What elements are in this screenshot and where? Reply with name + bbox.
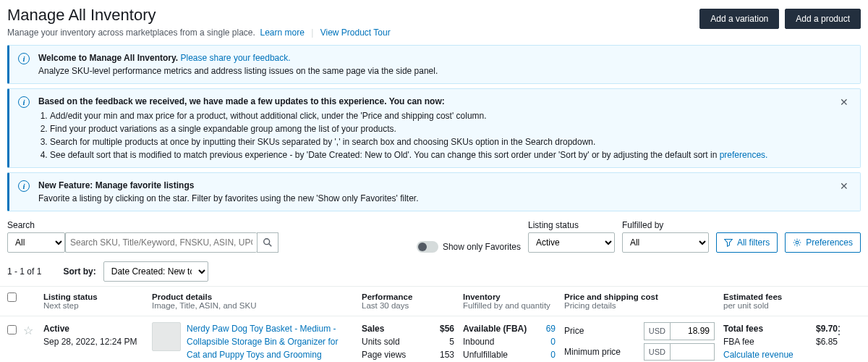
min-price-input[interactable] [670, 343, 715, 361]
favorites-body: Favorite a listing by clicking on the st… [38, 193, 418, 203]
updates-alert: i Based on the feedback we received, we … [7, 88, 861, 168]
filter-icon [724, 238, 733, 247]
svg-point-2 [796, 241, 799, 244]
page-title: Manage All Inventory [7, 6, 391, 25]
select-all-checkbox[interactable] [7, 292, 17, 302]
listing-status-label: Listing status [528, 220, 615, 230]
close-icon[interactable]: ✕ [837, 95, 851, 109]
available-link[interactable]: 69 [546, 322, 556, 335]
page-subtitle: Manage your inventory across marketplace… [7, 28, 255, 38]
update-item-2: Find your product variations as a single… [50, 122, 828, 135]
result-range: 1 - 1 of 1 [7, 266, 41, 277]
fulfilled-by-label: Fulfilled by [622, 220, 709, 230]
welcome-body: Analyze SKU-level performance metrics an… [38, 66, 438, 76]
update-item-4: See default sort that is modified to mat… [50, 150, 717, 160]
favorites-toggle[interactable] [417, 241, 438, 253]
sort-by-label: Sort by: [63, 266, 95, 277]
all-filters-button[interactable]: All filters [716, 232, 778, 253]
listing-status-select[interactable]: Active [528, 232, 615, 253]
search-label: Search [7, 220, 278, 230]
update-item-1: Add/edit your min and max price for a pr… [50, 109, 828, 122]
search-button[interactable] [257, 232, 278, 253]
learn-more-link[interactable]: Learn more [260, 28, 305, 38]
fulfilled-by-select[interactable]: All [622, 232, 709, 253]
gear-icon [793, 238, 801, 247]
updates-lead: Based on the feedback we received, we ha… [38, 96, 445, 106]
search-type-select[interactable]: All [7, 232, 65, 253]
info-icon: i [18, 180, 30, 192]
price-input[interactable] [670, 322, 715, 340]
table-row: ☆ Active Sep 28, 2022, 12:24 PM Nerdy Pa… [0, 316, 868, 362]
row-checkbox[interactable] [7, 325, 17, 334]
update-item-3: Search for multiple products at once by … [50, 135, 828, 148]
favorites-alert: i New Feature: Manage favorite listings … [7, 172, 861, 211]
calculate-revenue-link[interactable]: Calculate revenue [723, 350, 793, 360]
view-tour-link[interactable]: View Product Tour [320, 28, 391, 38]
search-icon [263, 237, 273, 248]
unfulfillable-link[interactable]: 0 [550, 348, 556, 361]
favorites-toggle-label: Show only Favorites [443, 242, 521, 252]
svg-point-0 [264, 239, 270, 245]
welcome-bold: Welcome to Manage All Inventory. [38, 53, 178, 63]
close-icon[interactable]: ✕ [837, 179, 851, 193]
welcome-alert: i Welcome to Manage All Inventory. Pleas… [7, 45, 861, 84]
sort-select[interactable]: Date Created: New to Old [103, 261, 208, 282]
product-image [152, 322, 181, 351]
search-input[interactable] [65, 232, 257, 253]
row-menu-icon[interactable]: ⋮ [830, 322, 848, 340]
add-product-button[interactable]: Add a product [785, 9, 861, 29]
preferences-button[interactable]: Preferences [785, 232, 861, 253]
preferences-link[interactable]: preferences. [720, 150, 768, 160]
info-icon: i [18, 96, 30, 108]
table-header: Listing statusNext step Product detailsI… [0, 287, 868, 316]
divider: | [311, 28, 313, 38]
listing-date: Sep 28, 2022, 12:24 PM [43, 337, 137, 347]
listing-status: Active [43, 324, 69, 334]
favorite-star-icon[interactable]: ☆ [23, 324, 33, 337]
favorites-title: New Feature: Manage favorite listings [38, 180, 194, 190]
add-variation-button[interactable]: Add a variation [699, 9, 779, 29]
inbound-link[interactable]: 0 [550, 335, 556, 348]
info-icon: i [18, 53, 30, 64]
svg-line-1 [269, 244, 272, 247]
share-feedback-link[interactable]: Please share your feedback. [181, 53, 291, 63]
